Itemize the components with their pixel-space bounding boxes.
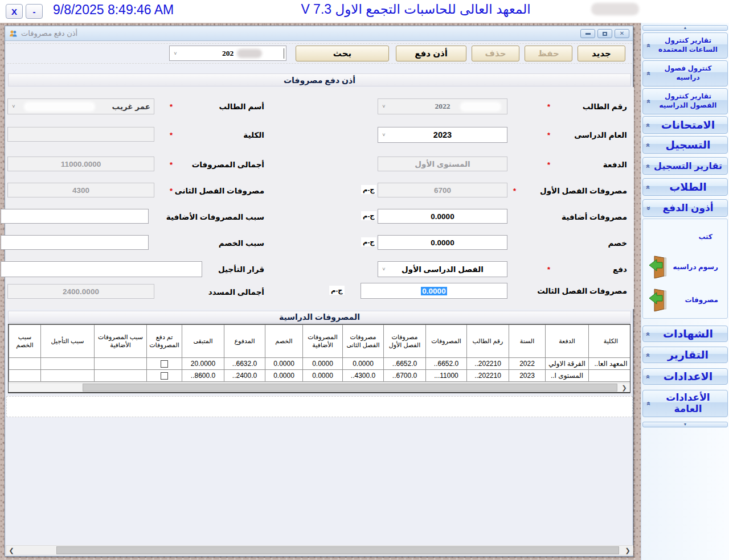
search-combo[interactable]: ˅ 202 bbox=[169, 46, 286, 61]
total-paid-field[interactable]: 2400.0000 bbox=[7, 284, 154, 299]
grid-cell[interactable] bbox=[41, 370, 95, 382]
paid-checkbox[interactable] bbox=[161, 360, 168, 368]
grid-cell[interactable]: 0.0000 bbox=[265, 358, 303, 370]
grid-cell[interactable]: 0.0000 bbox=[343, 358, 384, 370]
sidebar-link-tuition-fees[interactable]: رسوم دراسيه bbox=[648, 252, 724, 282]
grid-cell[interactable] bbox=[9, 358, 41, 370]
sidebar-item-semesters-control-reports[interactable]: » تقارير كنترول الفصول الدراسيه bbox=[642, 88, 728, 114]
sidebar-item-exams[interactable]: » الامتحانات bbox=[642, 116, 728, 134]
grid-cell[interactable]: المستوى ا.. bbox=[546, 370, 589, 382]
sidebar-item-general-settings[interactable]: » الأعدادات العامة bbox=[642, 390, 728, 417]
scrollbar-thumb[interactable] bbox=[83, 384, 617, 392]
grid-cell[interactable]: 4300.0.. bbox=[343, 370, 384, 382]
year-combo[interactable]: ˅ 2023 bbox=[378, 127, 507, 143]
student-name-combo[interactable]: ˅ عمر غريب bbox=[7, 98, 154, 114]
column-header[interactable]: المدفوع bbox=[224, 325, 265, 358]
sidebar-scroll-up[interactable]: ▲ bbox=[642, 25, 728, 31]
window-titlebar[interactable]: أذن دفع مصروفات bbox=[5, 26, 633, 41]
scroll-right-arrow[interactable]: ❯ bbox=[623, 546, 632, 554]
column-header[interactable]: سبب الخصم bbox=[9, 325, 41, 358]
sidebar-item-certificates[interactable]: » الشهادات bbox=[642, 326, 728, 342]
column-header[interactable]: مصروفات الفصل الأول bbox=[384, 325, 426, 358]
app-minimize-button[interactable]: - bbox=[26, 4, 43, 19]
column-header[interactable]: سبب المصروفات الأضافية bbox=[95, 325, 147, 358]
student-no-combo[interactable]: ˅ 2022 bbox=[378, 98, 507, 114]
column-header[interactable]: الدفعة bbox=[546, 325, 589, 358]
term3-field[interactable]: 0.0000 bbox=[361, 283, 507, 299]
grid-cell[interactable]: 0.0000 bbox=[265, 370, 303, 382]
grid-cell[interactable]: 11000... bbox=[426, 370, 467, 382]
grid-cell[interactable] bbox=[95, 370, 147, 382]
table-row[interactable]: المستوى ا.. 2023 202210.. 11000... 6700.… bbox=[9, 370, 631, 382]
column-header[interactable]: المتبقى bbox=[182, 325, 224, 358]
sidebar-item-reports[interactable]: » التقارير bbox=[642, 347, 728, 363]
total-expenses-field[interactable]: 11000.0000 bbox=[7, 157, 154, 171]
grid-cell[interactable]: 2022 bbox=[509, 358, 546, 370]
column-header[interactable]: الخصم bbox=[265, 325, 303, 358]
term2-field[interactable]: 4300 bbox=[7, 183, 154, 197]
sidebar-item-registration[interactable]: » التسجيل bbox=[642, 136, 728, 154]
grid-cell[interactable]: 2023 bbox=[509, 370, 546, 382]
grid-cell[interactable]: 6652.0.. bbox=[384, 358, 426, 370]
discount-field[interactable]: 0.0000 bbox=[378, 235, 507, 250]
sidebar-item-semesters-control[interactable]: » كنترول فصول دراسيه bbox=[642, 60, 728, 87]
sidebar-item-payment-permits[interactable]: » أذون الدفع bbox=[642, 199, 728, 217]
scroll-right-arrow[interactable]: ❯ bbox=[620, 384, 629, 392]
payment-permit-button[interactable]: أذن دفع bbox=[396, 46, 466, 61]
term1-field[interactable]: 6700 bbox=[378, 183, 507, 197]
app-close-button[interactable]: X bbox=[6, 4, 23, 19]
college-field[interactable] bbox=[7, 127, 154, 142]
grid-cell[interactable]: 6700.0.. bbox=[384, 370, 426, 382]
grid-cell[interactable]: الفرقة الاولي bbox=[546, 358, 589, 370]
new-button[interactable]: جديد bbox=[578, 46, 625, 61]
column-header[interactable]: المصروفات bbox=[426, 325, 467, 358]
sidebar-item-settings[interactable]: » الاعدادات bbox=[642, 368, 728, 385]
grid-cell[interactable]: المعهد العا.. bbox=[589, 358, 631, 370]
column-header[interactable]: السنة bbox=[509, 325, 546, 358]
grid-cell[interactable] bbox=[95, 358, 147, 370]
grid-cell[interactable]: 8600.0.. bbox=[182, 370, 224, 382]
sidebar-item-registration-reports[interactable]: » تقارير التسجيل bbox=[642, 157, 728, 175]
grid-cell[interactable] bbox=[41, 358, 95, 370]
column-header[interactable]: المصروفات الأضافية bbox=[303, 325, 343, 358]
child-minimize-button[interactable] bbox=[580, 29, 595, 38]
column-header[interactable]: رقم الطالب bbox=[467, 325, 509, 358]
grid-cell[interactable]: 20.0000 bbox=[182, 358, 224, 370]
discount-reason-field[interactable] bbox=[1, 235, 149, 250]
table-row[interactable]: المعهد العا.. الفرقة الاولي 2022 202210.… bbox=[9, 358, 631, 370]
column-header[interactable]: سبب التأجيل bbox=[41, 325, 95, 358]
extra-expenses-field[interactable]: 0.0000 bbox=[378, 209, 507, 224]
column-header[interactable]: مصروفات الفصل الثانى bbox=[343, 325, 384, 358]
extra-reason-field[interactable] bbox=[1, 209, 149, 224]
grid-horizontal-scrollbar[interactable]: ❯ bbox=[9, 382, 630, 392]
grid-cell[interactable]: 6652.0.. bbox=[426, 358, 467, 370]
grid-cell[interactable]: 202210.. bbox=[467, 370, 509, 382]
postpone-field[interactable] bbox=[1, 261, 202, 277]
grid-cell[interactable]: 0.0000 bbox=[303, 358, 343, 370]
search-button[interactable]: بحث bbox=[296, 46, 389, 61]
paid-checkbox[interactable] bbox=[161, 372, 168, 380]
sidebar-scroll-down[interactable]: ▼ bbox=[642, 422, 728, 427]
sidebar-link-expenses[interactable]: مصروفات bbox=[648, 285, 724, 315]
grid-cell[interactable]: 0.0000 bbox=[303, 370, 343, 382]
sidebar-item-students[interactable]: » الطلاب bbox=[642, 178, 728, 196]
grid-cell[interactable]: 2400.0.. bbox=[224, 370, 265, 382]
child-restore-button[interactable] bbox=[597, 29, 612, 38]
grid-cell[interactable]: 6632.0.. bbox=[224, 358, 265, 370]
scroll-left-arrow[interactable]: ❮ bbox=[7, 546, 16, 554]
column-header[interactable]: تم دفع المصروفات bbox=[147, 325, 182, 358]
save-button[interactable]: حفظ bbox=[525, 46, 572, 61]
pay-term-combo[interactable]: ˅ الفصل الدراسى الأول bbox=[378, 261, 507, 277]
scrollbar-thumb[interactable] bbox=[56, 546, 619, 554]
grid-cell[interactable] bbox=[9, 370, 41, 382]
form-horizontal-scrollbar[interactable]: ❮ ❯ bbox=[6, 545, 633, 555]
column-header[interactable]: الكلية bbox=[589, 325, 631, 358]
child-close-button[interactable]: ✕ bbox=[615, 29, 629, 38]
grid-cell[interactable]: 202210.. bbox=[467, 358, 509, 370]
grid-cell[interactable] bbox=[589, 370, 631, 382]
grid-cell[interactable] bbox=[147, 370, 182, 382]
delete-button[interactable]: حذف bbox=[472, 46, 519, 61]
sidebar-item-credit-hours-control-reports[interactable]: » تقارير كنترول الساعات المعتمده bbox=[642, 32, 728, 59]
batch-field[interactable]: المستوى الأول bbox=[378, 157, 507, 171]
grid-cell[interactable] bbox=[147, 358, 182, 370]
